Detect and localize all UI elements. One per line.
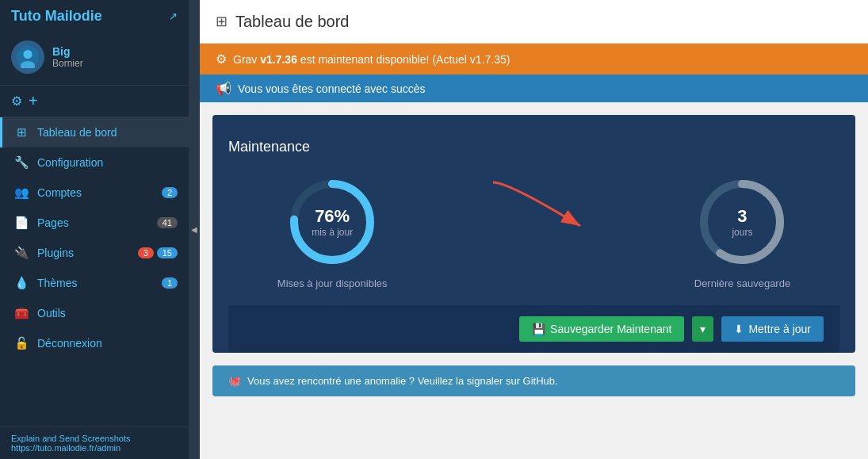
sidebar-item-label: Thèmes [37, 277, 159, 289]
tools-icon: 🧰 [13, 306, 29, 320]
notification-text: Vous vous êtes connecté avec succès [238, 82, 426, 95]
save-button-label: Sauvegarder Maintenant [550, 323, 671, 335]
themes-icon: 💧 [13, 276, 29, 290]
action-row: 💾 Sauvegarder Maintenant ▾ ⬇ Mettre à jo… [228, 305, 839, 353]
notification-text: Grav v1.7.36 est maintenant disponible! … [233, 53, 510, 66]
arrow-annotation [485, 174, 596, 285]
backup-sublabel: jours [732, 227, 752, 238]
svg-point-1 [23, 50, 32, 59]
config-icon: 🔧 [13, 155, 29, 170]
sidebar-item-themes[interactable]: 💧 Thèmes 1 [0, 268, 189, 298]
maintenance-title: Maintenance [228, 139, 839, 155]
content-area: ⚙ Grav v1.7.36 est maintenant disponible… [200, 44, 868, 459]
footer-text: Explain and Send Screenshots [11, 434, 178, 443]
avatar [11, 40, 44, 74]
github-notification-text: Vous avez rencontré une anomalie ? Veuil… [247, 375, 558, 387]
plugins-icon: 🔌 [13, 246, 29, 260]
dropdown-arrow-icon: ▾ [700, 323, 705, 335]
chevron-left-icon: ◀ [191, 225, 197, 234]
updates-circle: 76% mis à jour [285, 174, 380, 270]
sidebar-item-label: Déconnexion [37, 337, 178, 350]
sidebar-item-label: Configuration [37, 156, 178, 169]
github-icon: 🐙 [228, 375, 241, 387]
topbar: ⊞ Tableau de bord [200, 0, 868, 44]
sidebar-item-label: Pages [37, 216, 154, 229]
maintenance-stats: 76% mis à jour Mises à jour disponibles [228, 174, 839, 305]
backup-circle: 3 jours [694, 174, 790, 270]
megaphone-icon: 📢 [216, 81, 231, 96]
updates-description: Mises à jour disponibles [277, 277, 388, 289]
user-section: Big Bornier [0, 33, 189, 86]
footer-url: https://tuto.mailodie.fr/admin [11, 443, 178, 453]
backup-description: Dernière sauvegarde [694, 277, 790, 289]
updates-percentage: 76% [312, 206, 353, 227]
plugins-badge-red: 3 [138, 247, 154, 258]
sidebar-item-pages[interactable]: 📄 Pages 41 [0, 208, 189, 238]
pages-icon: 📄 [13, 216, 29, 230]
sidebar-item-label: Outils [37, 307, 178, 319]
sidebar-footer: Explain and Send Screenshots https://tut… [0, 426, 189, 459]
comptes-badge: 2 [162, 187, 178, 198]
grav-update-notification: ⚙ Grav v1.7.36 est maintenant disponible… [200, 44, 868, 75]
sidebar: Tuto Mailodie ↗ Big Bornier ⚙ + ⊞ Tablea… [0, 0, 189, 459]
github-notification: 🐙 Vous avez rencontré une anomalie ? Veu… [212, 365, 855, 396]
sidebar-item-deconnexion[interactable]: 🔓 Déconnexion [0, 328, 189, 358]
user-info: Big Bornier [52, 45, 83, 69]
pages-badge: 41 [157, 217, 178, 228]
main-content: ⊞ Tableau de bord ⚙ Grav v1.7.36 est mai… [200, 0, 868, 459]
sidebar-item-label: Tableau de bord [37, 126, 178, 139]
plugins-badge-blue: 15 [157, 247, 178, 258]
sidebar-item-comptes[interactable]: 👥 Comptes 2 [0, 178, 189, 208]
sidebar-item-tableau-de-bord[interactable]: ⊞ Tableau de bord [0, 117, 189, 147]
login-success-notification: 📢 Vous vous êtes connecté avec succès [200, 75, 868, 102]
update-button-label: Mettre à jour [748, 323, 811, 335]
themes-badge: 1 [162, 277, 178, 289]
user-role: Bornier [52, 58, 83, 69]
updates-circle-label: 76% mis à jour [312, 206, 353, 238]
backup-stat: 3 jours Dernière sauvegarde [694, 174, 790, 289]
updates-stat: 76% mis à jour Mises à jour disponibles [277, 174, 388, 289]
logout-icon: 🔓 [13, 336, 29, 350]
external-link-icon[interactable]: ↗ [169, 10, 178, 22]
topbar-grid-icon: ⊞ [216, 13, 228, 30]
dashboard-icon: ⊞ [13, 125, 29, 140]
sidebar-toggle[interactable]: ◀ [189, 0, 200, 459]
sidebar-item-label: Comptes [37, 186, 159, 199]
updates-sublabel: mis à jour [312, 227, 353, 238]
update-button[interactable]: ⬇ Mettre à jour [721, 316, 824, 342]
user-name: Big [52, 45, 83, 58]
sidebar-item-outils[interactable]: 🧰 Outils [0, 298, 189, 328]
site-name[interactable]: Tuto Mailodie [11, 8, 102, 25]
sidebar-tools: ⚙ + [0, 86, 189, 117]
backup-number: 3 [732, 206, 752, 227]
save-icon: 💾 [532, 323, 545, 335]
sidebar-item-plugins[interactable]: 🔌 Plugins 3 15 [0, 238, 189, 268]
maintenance-card: Maintenance 76% mis à jour [212, 115, 855, 353]
users-icon: 👥 [13, 186, 29, 200]
sidebar-header: Tuto Mailodie ↗ [0, 0, 189, 33]
sidebar-item-label: Plugins [37, 247, 135, 259]
page-title: Tableau de bord [235, 13, 349, 31]
add-icon[interactable]: + [29, 92, 38, 110]
sidebar-item-configuration[interactable]: 🔧 Configuration [0, 147, 189, 178]
save-dropdown-button[interactable]: ▾ [692, 316, 713, 342]
update-icon: ⬇ [734, 323, 744, 335]
gear-icon: ⚙ [11, 94, 22, 109]
backup-circle-label: 3 jours [732, 206, 752, 238]
save-now-button[interactable]: 💾 Sauvegarder Maintenant [519, 316, 684, 342]
settings-icon: ⚙ [216, 52, 227, 67]
